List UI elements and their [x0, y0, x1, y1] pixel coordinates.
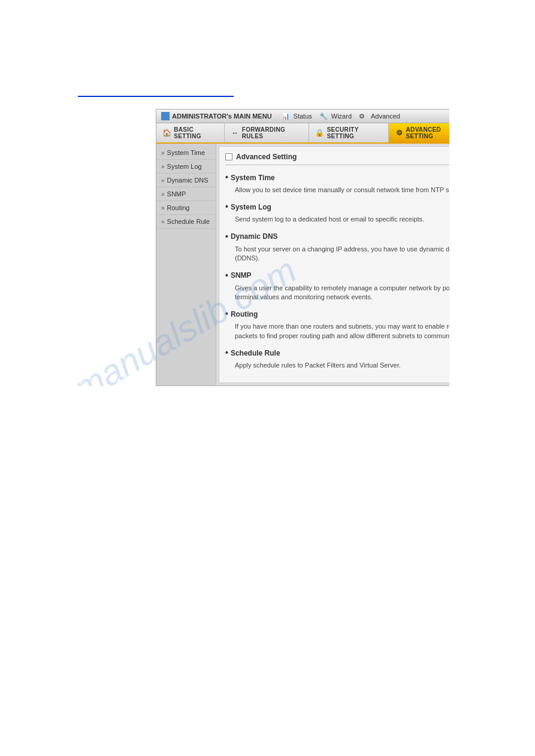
brand-label: ADMINISTRATOR's MAIN MENU: [161, 112, 272, 120]
section-system-log: System Log Send system log to a dedicate…: [225, 201, 449, 224]
sidebar-item-snmp[interactable]: SNMP: [156, 187, 216, 201]
panel-title-icon: [225, 153, 232, 160]
sidebar-item-system-time[interactable]: System Time: [156, 146, 216, 160]
menu-item-wizard[interactable]: 🔧 Wizard: [319, 113, 352, 120]
sidebar: System Time System Log Dynamic DNS SNMP …: [156, 144, 216, 385]
sidebar-dynamic-dns-label: Dynamic DNS: [167, 177, 208, 184]
menu-wizard-label: Wizard: [331, 113, 352, 120]
sidebar-system-time-label: System Time: [167, 149, 205, 156]
sidebar-system-log-label: System Log: [167, 163, 202, 170]
section-schedule-rule-desc: Apply schedule rules to Packet Filters a…: [225, 361, 449, 370]
menu-item-status[interactable]: 📊 Status: [282, 113, 312, 120]
tab-security-setting-label: SECURITY SETTING: [327, 126, 382, 139]
section-routing-title: Routing: [225, 308, 449, 320]
main-menu-items: 📊 Status 🔧 Wizard ⚙ Advanced: [282, 113, 449, 120]
wizard-icon: 🔧: [319, 113, 329, 120]
tab-forwarding-rules[interactable]: ↔ FORWARDING RULES: [225, 123, 309, 142]
content-area: System Time System Log Dynamic DNS SNMP …: [156, 144, 449, 385]
section-routing-desc: If you have more than one routers and su…: [225, 322, 449, 341]
status-icon: 📊: [282, 113, 291, 120]
tab-basic-setting[interactable]: 🏠 BASIC SETTING: [156, 123, 225, 142]
main-menu-bar: ADMINISTRATOR's MAIN MENU 📊 Status 🔧 Wiz…: [156, 110, 449, 123]
sidebar-snmp-label: SNMP: [167, 190, 186, 198]
content-body: System Time Allow you to set device time…: [225, 171, 449, 371]
security-setting-icon: 🔒: [315, 128, 324, 138]
section-snmp-title: SNMP: [225, 269, 449, 282]
forwarding-rules-icon: ↔: [231, 128, 240, 138]
menu-item-advanced[interactable]: ⚙ Advanced: [359, 113, 400, 120]
tab-bar: 🏠 BASIC SETTING ↔ FORWARDING RULES 🔒 SEC…: [156, 123, 449, 144]
brand-text: ADMINISTRATOR's MAIN MENU: [172, 113, 272, 120]
menu-status-label: Status: [294, 113, 312, 120]
sidebar-item-dynamic-dns[interactable]: Dynamic DNS: [156, 174, 216, 187]
section-system-time-title: System Time: [225, 171, 449, 184]
sidebar-routing-label: Routing: [167, 204, 190, 211]
sidebar-item-routing[interactable]: Routing: [156, 201, 216, 215]
tab-advanced-setting[interactable]: ⚙ ADVANCED SETTING: [389, 123, 449, 142]
section-routing: Routing If you have more than one router…: [225, 308, 449, 341]
advanced-icon: ⚙: [359, 113, 368, 120]
section-snmp-desc: Gives a user the capability to remotely …: [225, 284, 449, 302]
section-schedule-rule: Schedule Rule Apply schedule rules to Pa…: [225, 347, 449, 370]
menu-advanced-label: Advanced: [371, 113, 400, 120]
section-dynamic-dns-title: Dynamic DNS: [225, 230, 449, 243]
section-system-log-desc: Send system log to a dedicated host or e…: [225, 215, 449, 224]
panel-title-text: Advanced Setting: [236, 153, 297, 161]
section-snmp: SNMP Gives a user the capability to remo…: [225, 269, 449, 302]
sidebar-item-system-log[interactable]: System Log: [156, 160, 216, 174]
brand-icon: [161, 112, 170, 120]
basic-setting-icon: 🏠: [162, 128, 171, 138]
sidebar-item-schedule-rule[interactable]: Schedule Rule: [156, 215, 216, 229]
sidebar-schedule-rule-label: Schedule Rule: [167, 218, 210, 225]
section-dynamic-dns: Dynamic DNS To host your server on a cha…: [225, 230, 449, 263]
section-dynamic-dns-desc: To host your server on a changing IP add…: [225, 245, 449, 263]
tab-security-setting[interactable]: 🔒 SECURITY SETTING: [309, 123, 389, 142]
tab-basic-setting-label: BASIC SETTING: [174, 126, 218, 139]
panel-title: Advanced Setting: [225, 153, 449, 165]
section-schedule-rule-title: Schedule Rule: [225, 347, 449, 359]
section-system-log-title: System Log: [225, 201, 449, 213]
section-system-time-desc: Allow you to set device time manually or…: [225, 186, 449, 195]
main-panel: Advanced Setting System Time Allow you t…: [219, 146, 449, 383]
tab-forwarding-rules-label: FORWARDING RULES: [242, 126, 303, 139]
tab-advanced-setting-label: ADVANCED SETTING: [406, 126, 449, 139]
router-ui-container: ADMINISTRATOR's MAIN MENU 📊 Status 🔧 Wiz…: [156, 109, 449, 386]
top-decorative-line: [78, 96, 234, 97]
advanced-setting-icon: ⚙: [395, 128, 404, 138]
section-system-time: System Time Allow you to set device time…: [225, 171, 449, 195]
